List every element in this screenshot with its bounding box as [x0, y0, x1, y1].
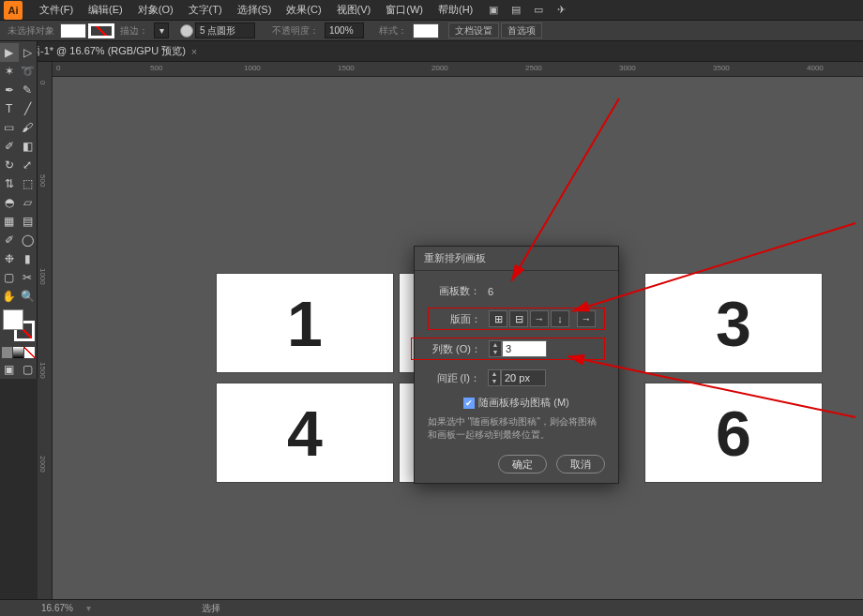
- fill-stroke-control[interactable]: [3, 309, 35, 341]
- app-logo: Ai: [4, 1, 23, 20]
- zoom-tool-icon[interactable]: 🔍: [19, 287, 38, 306]
- bridge-icon[interactable]: ▣: [484, 1, 503, 20]
- ruler-h-tick: 3500: [713, 64, 730, 72]
- stock-icon[interactable]: ▤: [507, 1, 525, 20]
- menu-file[interactable]: 文件(F): [32, 0, 81, 20]
- status-bar: 16.67% ▾ 选择: [0, 599, 863, 616]
- free-transform-tool-icon[interactable]: ⬚: [19, 174, 38, 193]
- direct-selection-tool-icon[interactable]: ▷: [19, 43, 38, 62]
- search-icon[interactable]: ✈: [552, 1, 570, 20]
- gradient-tool-icon[interactable]: ▤: [19, 212, 38, 231]
- artboard-6[interactable]: 6: [645, 383, 822, 482]
- layout-row: 版面： ⊞ ⊟ → ↓ →: [428, 308, 605, 330]
- ruler-vertical: 0500100015002000: [38, 62, 53, 601]
- artboard-4[interactable]: 4: [217, 383, 393, 482]
- fill-color-icon[interactable]: [3, 309, 23, 330]
- spacing-spinner[interactable]: ▲▼: [488, 369, 501, 386]
- perspective-tool-icon[interactable]: ▱: [19, 193, 38, 212]
- screen-mode-normal-icon[interactable]: ▣: [0, 360, 19, 379]
- lasso-tool-icon[interactable]: ➰: [19, 62, 38, 81]
- ruler-v-tick: 1000: [38, 268, 47, 285]
- rearrange-artboards-dialog: 重新排列画板 画板数： 6 版面： ⊞ ⊟ → ↓ → 列数 (O)： ▲▼ 间…: [414, 246, 619, 484]
- width-tool-icon[interactable]: ⇅: [0, 174, 19, 193]
- menu-effect[interactable]: 效果(C): [279, 0, 328, 20]
- ruler-h-tick: 1500: [338, 64, 355, 72]
- layout-grid-row-button[interactable]: ⊞: [489, 310, 507, 327]
- arrange-icon[interactable]: ▭: [529, 1, 548, 20]
- spacing-input[interactable]: [501, 369, 546, 386]
- shaper-tool-icon[interactable]: ✐: [0, 137, 19, 156]
- graph-tool-icon[interactable]: ▮: [19, 249, 38, 268]
- menu-edit[interactable]: 编辑(E): [81, 0, 130, 20]
- spacing-label: 间距 (I)：: [432, 371, 480, 385]
- none-mode-icon[interactable]: [24, 347, 35, 358]
- slice-tool-icon[interactable]: ✂: [19, 268, 38, 287]
- magic-wand-tool-icon[interactable]: ✶: [0, 62, 19, 81]
- toolbox: ▶▷ ✶➰ ✒✎ T╱ ▭🖌 ✐◧ ↻⤢ ⇅⬚ ◓▱ ▦▤ ✐◯ ❉▮ ▢✂ ✋…: [0, 41, 38, 379]
- columns-label: 列数 (O)：: [432, 342, 481, 356]
- brush-style-field[interactable]: 5 点圆形: [195, 23, 255, 38]
- blend-tool-icon[interactable]: ◯: [19, 231, 38, 249]
- style-swatch[interactable]: [413, 23, 439, 38]
- pen-tool-icon[interactable]: ✒: [0, 81, 19, 99]
- artboard-3[interactable]: 3: [645, 274, 822, 372]
- ruler-h-tick: 1000: [244, 64, 261, 72]
- menu-help[interactable]: 帮助(H): [431, 0, 480, 20]
- fill-swatch[interactable]: [60, 23, 86, 38]
- gradient-mode-icon[interactable]: [13, 347, 23, 358]
- dialog-note: 如果选中 "随画板移动图稿"，则会将图稿和画板一起移动到最终位置。: [428, 415, 605, 442]
- control-bar: 未选择对象 描边： ▾ 5 点圆形 不透明度： 100% 样式： 文档设置 首选…: [0, 21, 863, 41]
- brush-tool-icon[interactable]: 🖌: [19, 118, 38, 137]
- ruler-v-tick: 0: [38, 81, 47, 84]
- zoom-level[interactable]: 16.67%: [41, 603, 73, 613]
- checkbox-checked-icon: ✔: [463, 398, 475, 409]
- artboard-tool-icon[interactable]: ▢: [0, 268, 19, 287]
- columns-input[interactable]: [502, 340, 547, 357]
- symbol-sprayer-tool-icon[interactable]: ❉: [0, 249, 19, 268]
- mesh-tool-icon[interactable]: ▦: [0, 212, 19, 231]
- prefs-button[interactable]: 首选项: [501, 23, 542, 38]
- artboard-count-label: 画板数：: [432, 284, 480, 298]
- layout-direction-button[interactable]: →: [577, 310, 596, 327]
- close-tab-icon[interactable]: ×: [191, 46, 197, 57]
- cancel-button[interactable]: 取消: [556, 455, 605, 473]
- menu-select[interactable]: 选择(S): [230, 0, 280, 20]
- spacing-row: 间距 (I)： ▲▼: [428, 368, 605, 388]
- screen-mode-full-icon[interactable]: ▢: [19, 360, 38, 379]
- doc-setup-button[interactable]: 文档设置: [448, 23, 499, 38]
- stroke-swatch[interactable]: [88, 23, 114, 38]
- scale-tool-icon[interactable]: ⤢: [19, 156, 38, 174]
- move-artwork-label: 随画板移动图稿 (M): [478, 396, 569, 410]
- rotate-tool-icon[interactable]: ↻: [0, 156, 19, 174]
- layout-row-button[interactable]: →: [530, 310, 549, 327]
- line-tool-icon[interactable]: ╱: [19, 99, 38, 118]
- ruler-h-tick: 2500: [525, 64, 542, 72]
- rectangle-tool-icon[interactable]: ▭: [0, 118, 19, 137]
- opacity-field[interactable]: 100%: [325, 23, 364, 38]
- selection-label: 未选择对象: [4, 24, 58, 38]
- ruler-v-tick: 500: [38, 174, 47, 187]
- curvature-tool-icon[interactable]: ✎: [19, 81, 38, 99]
- artboard-1[interactable]: 1: [217, 274, 393, 372]
- move-artwork-checkbox-row[interactable]: ✔ 随画板移动图稿 (M): [428, 396, 605, 410]
- ruler-h-tick: 0: [56, 64, 60, 72]
- brush-preview-icon: [180, 24, 193, 38]
- layout-col-button[interactable]: ↓: [551, 310, 569, 327]
- eyedropper-tool-icon[interactable]: ✐: [0, 231, 19, 249]
- hand-tool-icon[interactable]: ✋: [0, 287, 19, 306]
- layout-grid-col-button[interactable]: ⊟: [509, 310, 528, 327]
- shape-builder-tool-icon[interactable]: ◓: [0, 193, 19, 212]
- menu-view[interactable]: 视图(V): [329, 0, 379, 20]
- ruler-v-tick: 1500: [38, 362, 47, 379]
- color-mode-icon[interactable]: [2, 347, 12, 358]
- stroke-weight-field[interactable]: ▾: [154, 23, 169, 38]
- menu-window[interactable]: 窗口(W): [378, 0, 431, 20]
- menu-type[interactable]: 文字(T): [181, 0, 230, 20]
- selection-tool-icon[interactable]: ▶: [0, 43, 19, 62]
- dialog-title: 重新排列画板: [415, 247, 618, 271]
- ok-button[interactable]: 确定: [498, 455, 547, 473]
- columns-spinner[interactable]: ▲▼: [489, 340, 502, 357]
- menu-object[interactable]: 对象(O): [130, 0, 181, 20]
- type-tool-icon[interactable]: T: [0, 99, 19, 118]
- eraser-tool-icon[interactable]: ◧: [19, 137, 38, 156]
